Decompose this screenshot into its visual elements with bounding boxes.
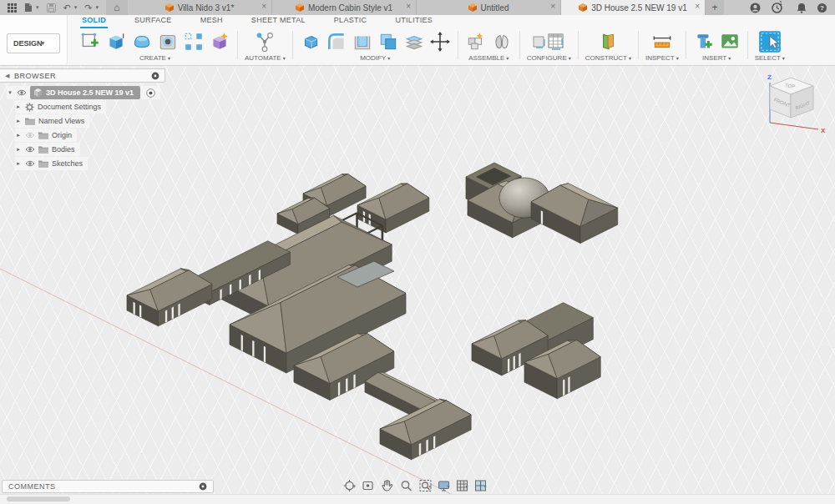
tree-item-origin[interactable]: ▸ Origin xyxy=(15,129,77,142)
comments-options-icon[interactable] xyxy=(199,482,207,491)
root-component[interactable]: 3D House 2.5 NEW 19 v1 xyxy=(30,86,140,99)
activate-component-radio[interactable] xyxy=(146,88,155,98)
expand-caret-icon[interactable]: ▸ xyxy=(15,103,22,110)
workspace-caret: ▾ xyxy=(42,40,45,47)
browser-header[interactable]: ◀ BROWSER xyxy=(0,68,165,83)
timeline-scrubber[interactable] xyxy=(7,496,70,501)
close-icon[interactable]: × xyxy=(550,2,555,12)
redo-caret[interactable]: ▾ xyxy=(95,4,99,11)
create-sketch-icon[interactable] xyxy=(79,31,101,53)
group-label[interactable]: CREATE xyxy=(139,54,166,62)
select-icon[interactable] xyxy=(757,29,782,54)
generative-icon[interactable] xyxy=(209,31,230,53)
split-body-icon[interactable] xyxy=(403,31,425,53)
group-label[interactable]: MODIFY xyxy=(360,54,386,62)
expanded-caret-icon[interactable]: ▾ xyxy=(7,89,13,96)
dropdown-caret: ▾ xyxy=(506,55,509,61)
tree-item-named-views[interactable]: ▸ Named Views xyxy=(15,114,89,128)
undo-icon[interactable]: ↶ xyxy=(63,3,71,13)
profile-icon[interactable] xyxy=(750,3,761,13)
new-tab-button[interactable]: + xyxy=(706,0,724,15)
canvas-image-icon[interactable] xyxy=(719,31,741,53)
zoom-tool[interactable] xyxy=(400,479,413,492)
tree-root-row[interactable]: ▾ 3D House 2.5 NEW 19 v1 xyxy=(7,86,160,99)
undo-caret[interactable]: ▾ xyxy=(74,4,78,11)
pan-tool[interactable] xyxy=(381,479,394,492)
tree-item-sketches[interactable]: ▸ Sketches xyxy=(15,157,88,170)
fillet-icon[interactable] xyxy=(326,31,347,53)
move-icon[interactable] xyxy=(429,31,451,53)
tab-surface[interactable]: SURFACE xyxy=(133,14,174,28)
group-label[interactable]: AUTOMATE xyxy=(245,54,281,62)
workspace-switcher[interactable]: DESIGN ▾ xyxy=(7,33,60,53)
doc-tab-3d-house-active[interactable]: 3D House 2.5 NEW 19 v1 × xyxy=(561,0,706,15)
configuration-icon[interactable] xyxy=(532,31,565,53)
file-menu-caret[interactable]: ▾ xyxy=(36,4,39,11)
browser-tree: ▾ 3D House 2.5 NEW 19 v1 ▸ Document Sett… xyxy=(0,86,165,170)
comments-bar[interactable]: COMMENTS xyxy=(2,480,214,493)
display-settings-tool[interactable]: ▾ xyxy=(438,479,450,492)
visibility-eye-icon-hidden[interactable] xyxy=(25,132,35,139)
workspace-label: DESIGN xyxy=(13,39,43,48)
timeline-strip xyxy=(0,494,835,504)
tree-item-label: Document Settings xyxy=(38,103,101,111)
tree-item-bodies[interactable]: ▸ Bodies xyxy=(15,143,80,156)
pattern-icon[interactable] xyxy=(183,31,205,53)
visibility-eye-icon[interactable] xyxy=(25,146,35,153)
form-icon[interactable] xyxy=(131,31,153,53)
expand-caret-icon[interactable]: ▸ xyxy=(15,146,22,153)
visibility-eye-icon[interactable] xyxy=(25,160,35,167)
group-label[interactable]: CONFIGURE xyxy=(527,54,567,62)
ribbon: DESIGN ▾ SOLID SURFACE MESH SHEET METAL … xyxy=(0,15,835,66)
look-at-tool[interactable] xyxy=(362,479,375,492)
group-label[interactable]: INSERT xyxy=(702,54,726,62)
expand-caret-icon[interactable]: ▸ xyxy=(15,118,22,124)
collapse-panel-icon[interactable]: ◀ xyxy=(5,73,10,79)
hole-icon[interactable] xyxy=(157,31,179,53)
tab-plastic[interactable]: PLASTIC xyxy=(332,14,369,28)
doc-tab-untitled[interactable]: Untitled × xyxy=(417,0,561,15)
shell-icon[interactable] xyxy=(352,31,373,53)
doc-tab-modern-cabin[interactable]: Modern Cabin Style v1 × xyxy=(272,0,417,15)
panel-options-icon[interactable] xyxy=(151,72,159,80)
grid-settings-tool[interactable]: ▾ xyxy=(456,479,468,492)
expand-caret-icon[interactable]: ▸ xyxy=(15,132,22,139)
group-label[interactable]: ASSEMBLE xyxy=(468,54,504,62)
expand-caret-icon[interactable]: ▸ xyxy=(15,160,22,167)
doc-tab-villa-nido[interactable]: Villa Nido 3 v1* × xyxy=(128,0,272,15)
close-icon[interactable]: × xyxy=(406,2,411,12)
close-icon[interactable]: × xyxy=(261,2,266,12)
joint-icon[interactable] xyxy=(491,31,513,53)
tree-item-document-settings[interactable]: ▸ Document Settings xyxy=(15,100,106,113)
notifications-bell-icon[interactable] xyxy=(797,3,807,13)
orbit-tool[interactable]: ▾ xyxy=(343,479,356,492)
viewports-tool[interactable]: ▾ xyxy=(474,479,487,492)
file-menu-icon[interactable] xyxy=(24,3,33,13)
group-label[interactable]: INSPECT xyxy=(645,54,675,62)
job-status[interactable]: 1 xyxy=(772,3,786,13)
tab-mesh[interactable]: MESH xyxy=(199,14,225,28)
tab-utilities[interactable]: UTILITIES xyxy=(393,14,434,28)
new-component-icon[interactable] xyxy=(465,31,487,53)
redo-icon[interactable]: ↷ xyxy=(84,3,92,13)
tab-solid[interactable]: SOLID xyxy=(80,14,108,28)
press-pull-icon[interactable] xyxy=(300,31,321,53)
extrude-icon[interactable] xyxy=(105,31,127,53)
3d-viewport[interactable]: ◀ BROWSER ▾ 3D House 2.5 NEW 19 v1 ▸ Doc… xyxy=(0,66,835,504)
visibility-eye-icon[interactable] xyxy=(17,89,27,96)
zoom-fit-tool[interactable]: ▾ xyxy=(419,479,432,492)
save-icon[interactable] xyxy=(47,3,56,13)
group-label[interactable]: CONSTRUCT xyxy=(585,54,627,62)
view-cube[interactable]: Z X TOP FRONT RIGHT xyxy=(752,71,828,139)
home-button[interactable]: ⌂ xyxy=(106,0,128,15)
construction-plane-icon[interactable] xyxy=(597,31,619,53)
insert-mesh-icon[interactable] xyxy=(693,31,715,53)
group-label[interactable]: SELECT xyxy=(755,54,781,62)
measure-icon[interactable] xyxy=(651,31,673,53)
close-icon[interactable]: × xyxy=(695,2,700,12)
app-grid-icon[interactable] xyxy=(8,3,17,13)
combine-icon[interactable] xyxy=(377,31,399,53)
automate-icon[interactable] xyxy=(254,31,276,53)
tab-sheet-metal[interactable]: SHEET METAL xyxy=(250,14,307,28)
help-icon[interactable]: ? xyxy=(817,3,827,13)
